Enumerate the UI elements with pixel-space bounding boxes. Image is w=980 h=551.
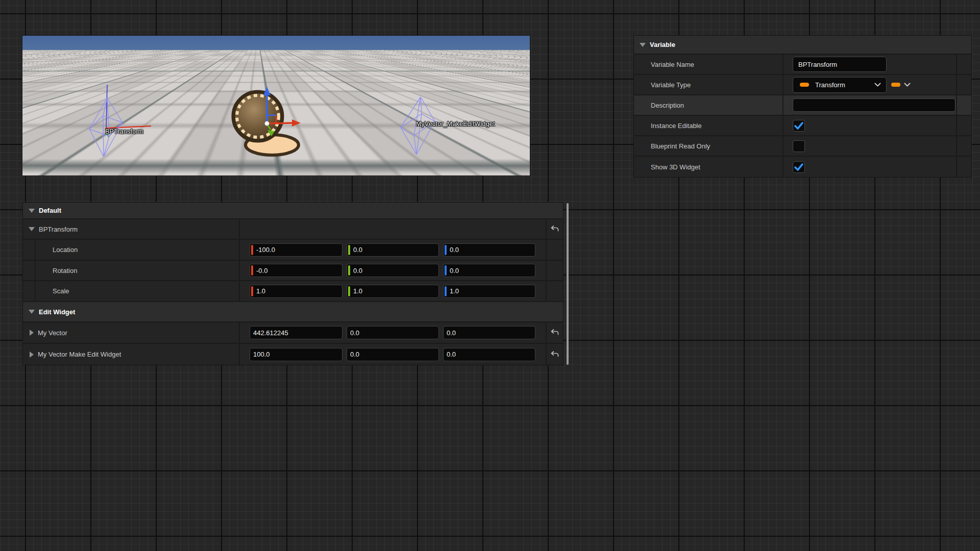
edit-widget-category-title: Edit Widget xyxy=(39,308,75,316)
viewport-label-myvector: MyVector_MakeEditWidget xyxy=(416,120,495,128)
chevron-down-icon xyxy=(29,209,35,213)
variable-category-title: Variable xyxy=(650,41,675,48)
variable-name-row: Variable Name xyxy=(634,55,971,75)
blueprint-read-only-checkbox[interactable] xyxy=(793,140,805,152)
show-3d-widget-label: Show 3D Widget xyxy=(651,163,700,171)
unreal-blueprint-editor: { "viewport": { "label_left": "BPTransfo… xyxy=(0,0,980,551)
rotation-label: Rotation xyxy=(53,267,77,274)
bptransform-label: BPTransform xyxy=(39,226,78,233)
default-category-title: Default xyxy=(39,207,61,214)
gizmo-origin-dot xyxy=(265,121,270,126)
indent-gutter xyxy=(23,240,36,260)
instance-editable-checkbox[interactable] xyxy=(793,120,805,132)
show-3d-widget-row: Show 3D Widget xyxy=(634,157,971,177)
transform-type-pill-icon xyxy=(800,83,809,87)
description-row: Description xyxy=(634,95,971,116)
location-z-input[interactable] xyxy=(447,246,535,254)
blueprint-read-only-label: Blueprint Read Only xyxy=(651,142,710,150)
defaults-details-panel: Default BPTransform Location xyxy=(23,203,563,365)
location-row: Location xyxy=(23,240,563,261)
chevron-down-icon xyxy=(874,83,881,87)
container-type-pill-icon xyxy=(891,83,900,87)
revert-to-default-button[interactable] xyxy=(550,329,559,337)
chevron-down-icon xyxy=(29,310,35,314)
variable-type-dropdown[interactable]: Transform xyxy=(793,77,887,93)
my-vector-make-edit-widget-y-input[interactable] xyxy=(347,350,438,358)
indent-gutter xyxy=(23,261,36,280)
variable-type-label: Variable Type xyxy=(651,81,691,89)
description-label: Description xyxy=(651,102,684,109)
bptransform-wireframe-octahedron[interactable] xyxy=(89,85,151,157)
my-vector-label: My Vector xyxy=(38,329,67,337)
scale-label: Scale xyxy=(53,287,69,295)
scale-z-input[interactable] xyxy=(447,287,535,295)
blueprint-read-only-row: Blueprint Read Only xyxy=(634,136,971,157)
my-vector-x-input[interactable] xyxy=(250,329,342,337)
gizmo-x-axis xyxy=(267,123,293,123)
my-vector-make-edit-widget-z-input[interactable] xyxy=(444,350,535,358)
details-panel-scrollbar[interactable] xyxy=(567,203,569,365)
viewport-gizmo-layer xyxy=(22,36,530,176)
my-vector-row: My Vector xyxy=(23,322,563,344)
scale-x-input[interactable] xyxy=(253,287,342,295)
gizmo-z-arrowhead xyxy=(263,87,271,95)
chevron-down-icon xyxy=(640,43,646,47)
revert-to-default-button[interactable] xyxy=(550,225,559,233)
my-vector-y-input[interactable] xyxy=(347,329,438,337)
show-3d-widget-checkbox[interactable] xyxy=(793,161,805,173)
container-type-dropdown[interactable] xyxy=(891,83,911,87)
location-label: Location xyxy=(53,246,78,254)
rotation-x-input[interactable] xyxy=(253,267,342,274)
checkmark-icon xyxy=(794,122,803,130)
checkmark-icon xyxy=(794,163,803,171)
default-category-header[interactable]: Default xyxy=(23,203,563,219)
variable-name-input[interactable] xyxy=(793,57,887,72)
chevron-down-icon xyxy=(904,83,911,87)
chevron-right-icon xyxy=(30,330,34,336)
variable-category-header[interactable]: Variable xyxy=(634,36,971,55)
variable-details-panel: Variable Variable Name Variable Type Tra… xyxy=(634,36,971,177)
chevron-down-icon xyxy=(29,227,35,231)
viewport-label-bptransform: BPTransform xyxy=(105,128,143,135)
variable-name-label: Variable Name xyxy=(651,61,694,68)
description-input[interactable] xyxy=(793,98,955,112)
rotation-y-input[interactable] xyxy=(350,267,438,274)
blueprint-3d-viewport[interactable]: BPTransform MyVector_MakeEditWidget xyxy=(22,36,530,176)
location-y-input[interactable] xyxy=(350,246,438,254)
gizmo-x-arrowhead xyxy=(292,119,301,127)
location-x-input[interactable] xyxy=(253,246,342,254)
bptransform-row: BPTransform xyxy=(23,219,563,240)
variable-type-value: Transform xyxy=(815,81,874,89)
my-vector-z-input[interactable] xyxy=(444,329,535,337)
scale-row: Scale xyxy=(23,281,563,302)
scale-y-input[interactable] xyxy=(350,287,438,295)
gizmo-y-arrowhead xyxy=(267,130,275,136)
my-vector-make-edit-widget-row: My Vector Make Edit Widget xyxy=(23,344,563,365)
instance-editable-label: Instance Editable xyxy=(651,122,702,130)
variable-type-row: Variable Type Transform xyxy=(634,75,971,95)
rotation-row: Rotation xyxy=(23,261,563,281)
instance-editable-row: Instance Editable xyxy=(634,116,971,136)
transform-gizmo[interactable] xyxy=(263,87,301,136)
my-vector-make-edit-widget-label: My Vector Make Edit Widget xyxy=(38,350,121,358)
rotation-z-input[interactable] xyxy=(447,267,535,274)
revert-to-default-button[interactable] xyxy=(550,350,559,359)
my-vector-make-edit-widget-x-input[interactable] xyxy=(250,350,342,358)
indent-gutter xyxy=(23,281,36,301)
edit-widget-category-header[interactable]: Edit Widget xyxy=(23,302,563,322)
chevron-right-icon xyxy=(30,352,34,358)
